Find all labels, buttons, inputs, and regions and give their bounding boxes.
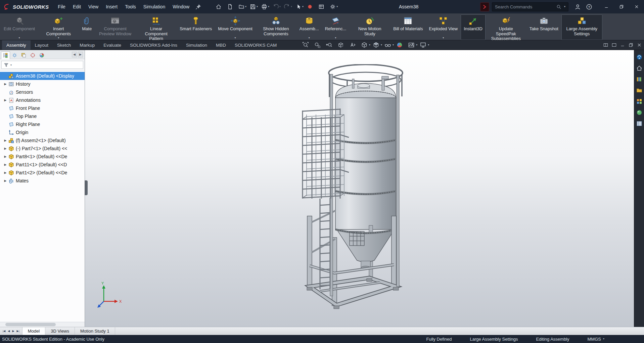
ribbon-button[interactable]: Edit Component ▾ bbox=[1, 14, 38, 40]
expand-caret[interactable]: ▶ bbox=[3, 139, 8, 142]
hide-show-items[interactable]: ▾ bbox=[384, 42, 394, 48]
home[interactable]: ▾ bbox=[214, 2, 225, 11]
tree-item[interactable]: ▶ Part8<1> (Default) <<De bbox=[0, 153, 85, 161]
design-library[interactable] bbox=[636, 76, 643, 83]
ribbon-button[interactable]: Component Preview Window ▾ bbox=[95, 14, 136, 40]
graphics-area[interactable]: Y X bbox=[85, 50, 634, 327]
ribbon-button[interactable]: Smart Fasteners ▾ bbox=[177, 14, 215, 40]
tree-item[interactable]: ▶ Part1<2> (Default) <<De bbox=[0, 169, 85, 177]
scrollbar-thumb[interactable] bbox=[5, 323, 56, 326]
pane-single-icon[interactable] bbox=[611, 42, 617, 48]
expand-caret[interactable]: ▶ bbox=[3, 179, 8, 182]
tab-scroll-prev[interactable]: ◀ bbox=[7, 329, 11, 334]
document-tab[interactable]: Motion Study 1 bbox=[75, 327, 115, 335]
expand-caret[interactable]: ▶ bbox=[3, 147, 8, 150]
previous-view[interactable]: ▾ bbox=[326, 42, 335, 48]
file-explorer[interactable] bbox=[636, 87, 643, 94]
zoom-to-area[interactable]: ▾ bbox=[314, 42, 323, 48]
filter-dropdown-caret[interactable]: ▾ bbox=[10, 63, 12, 67]
view-settings[interactable]: ▾ bbox=[420, 42, 429, 48]
account-icon[interactable] bbox=[572, 0, 583, 13]
ribbon-button[interactable]: Show Hidden Components ▾ bbox=[256, 14, 296, 40]
ribbon-button[interactable]: Move Component ▾ bbox=[215, 14, 256, 40]
expand-caret[interactable]: ▶ bbox=[3, 98, 8, 102]
status-item[interactable]: Fully Defined ▾ bbox=[426, 337, 455, 342]
tree-item[interactable]: ▶ A Annotations bbox=[0, 96, 85, 104]
scroll-left-icon[interactable]: ◀ bbox=[72, 52, 77, 57]
tree-item[interactable]: ▶ Front Plane bbox=[0, 104, 85, 112]
document-tab[interactable]: Model bbox=[22, 327, 45, 335]
ribbon-button[interactable]: Insert Components ▾ bbox=[38, 14, 79, 40]
edit-appearance[interactable]: ▾ bbox=[396, 42, 406, 48]
horizontal-scrollbar[interactable] bbox=[0, 322, 85, 327]
print[interactable]: ▾ bbox=[260, 2, 271, 11]
dynamic-annotation-views[interactable]: ▾ bbox=[349, 42, 359, 48]
status-item[interactable]: MMGS ▾ bbox=[588, 337, 604, 342]
ribbon-dropdown-caret[interactable]: ▾ bbox=[443, 36, 444, 40]
expand-caret[interactable]: ▶ bbox=[3, 82, 8, 86]
menu-item[interactable]: Tools bbox=[121, 2, 140, 11]
tree-item[interactable]: ▶ Sensors bbox=[0, 88, 85, 96]
menu-item[interactable]: Insert bbox=[102, 2, 121, 11]
ribbon-button[interactable]: Mate ▾ bbox=[79, 14, 95, 40]
section-view[interactable]: ▾ bbox=[337, 42, 347, 48]
command-tab[interactable]: SOLIDWORKS Add-Ins bbox=[126, 40, 182, 50]
ribbon-button[interactable]: Assemb... ▾ bbox=[296, 14, 322, 40]
displaymanager[interactable] bbox=[37, 51, 46, 59]
units-dropdown-caret[interactable]: ▾ bbox=[603, 338, 604, 340]
command-tab[interactable]: Sketch bbox=[53, 40, 75, 50]
tree-item[interactable]: ▶ Origin bbox=[0, 128, 85, 136]
menu-item[interactable]: View bbox=[85, 2, 102, 11]
ribbon-button[interactable]: Instant3D ▾ bbox=[461, 14, 486, 40]
restore-button[interactable] bbox=[614, 0, 629, 13]
ribbon-dropdown-caret[interactable]: ▾ bbox=[19, 36, 20, 40]
tab-scroll-first[interactable]: |◀ bbox=[2, 329, 6, 334]
configurationmanager[interactable] bbox=[19, 51, 28, 59]
command-tab[interactable]: SOLIDWORKS CAM bbox=[230, 40, 281, 50]
ribbon-button[interactable]: Referenc... ▾ bbox=[322, 14, 350, 40]
command-tab[interactable]: Layout bbox=[31, 40, 53, 50]
undo[interactable]: ▾ bbox=[271, 2, 282, 11]
ribbon-dropdown-caret[interactable]: ▾ bbox=[335, 36, 336, 40]
ribbon-button[interactable]: Bill of Materials ▾ bbox=[390, 14, 426, 40]
tree-item[interactable]: ▶ Top Plane bbox=[0, 112, 85, 120]
tree-item[interactable]: ▶ Right Plane bbox=[0, 120, 85, 128]
tree-item[interactable]: ▶ (f) Assem2<1> (Default) bbox=[0, 136, 85, 144]
redo[interactable]: ▾ bbox=[282, 2, 294, 11]
doc-restore-icon[interactable] bbox=[628, 42, 634, 48]
close-button[interactable] bbox=[629, 0, 644, 13]
custom-properties[interactable] bbox=[636, 120, 643, 127]
ribbon-button[interactable]: Take Snapshot ▾ bbox=[526, 14, 561, 40]
command-tab[interactable]: MBD bbox=[212, 40, 230, 50]
panel-splitter-handle[interactable] bbox=[85, 180, 88, 195]
expand-caret[interactable]: ▶ bbox=[3, 155, 8, 158]
tree-item[interactable]: ▶ Assem38 (Default) <Display bbox=[0, 72, 85, 80]
menu-item[interactable]: Window bbox=[169, 2, 193, 11]
status-item[interactable]: Large Assembly Settings ▾ bbox=[470, 337, 521, 342]
tree-item[interactable]: ▶ (-) Part7<1> (Default) << bbox=[0, 144, 85, 153]
command-tab[interactable]: Assembly bbox=[2, 40, 31, 50]
propertymanager[interactable] bbox=[10, 51, 19, 59]
tab-scroll-last[interactable]: ▶| bbox=[16, 329, 20, 334]
tab-scroll-next[interactable]: ▶ bbox=[11, 329, 15, 334]
pane-split-icon[interactable] bbox=[603, 42, 608, 48]
featuremanager[interactable] bbox=[1, 51, 10, 59]
appearances-scenes[interactable] bbox=[636, 109, 643, 116]
display-style[interactable]: ▾ bbox=[373, 42, 382, 48]
search-dropdown-caret[interactable]: ▾ bbox=[564, 5, 565, 8]
expand-caret[interactable]: ▶ bbox=[3, 171, 8, 174]
search-box[interactable]: ▾ bbox=[492, 2, 568, 11]
ribbon-button[interactable]: Update SpeedPak Subassemblies ▾ bbox=[486, 14, 526, 40]
ribbon-button[interactable]: Exploded View ▾ bbox=[426, 14, 461, 40]
solidworks-resources[interactable] bbox=[636, 65, 643, 72]
doc-close-icon[interactable] bbox=[637, 42, 642, 48]
ribbon-button[interactable]: Linear Component Pattern ▾ bbox=[136, 14, 177, 40]
tree-item[interactable]: ▶ Mates bbox=[0, 177, 85, 185]
status-item[interactable]: Editing Assembly ▾ bbox=[536, 337, 573, 342]
menu-item[interactable]: Edit bbox=[69, 2, 85, 11]
3dexperience-marketplace[interactable] bbox=[636, 53, 643, 61]
silo-assembly-model[interactable] bbox=[286, 64, 421, 313]
document-tab[interactable]: 3D Views bbox=[45, 327, 75, 335]
ribbon-dropdown-caret[interactable]: ▾ bbox=[235, 36, 236, 40]
search-commands-input[interactable] bbox=[495, 4, 554, 9]
